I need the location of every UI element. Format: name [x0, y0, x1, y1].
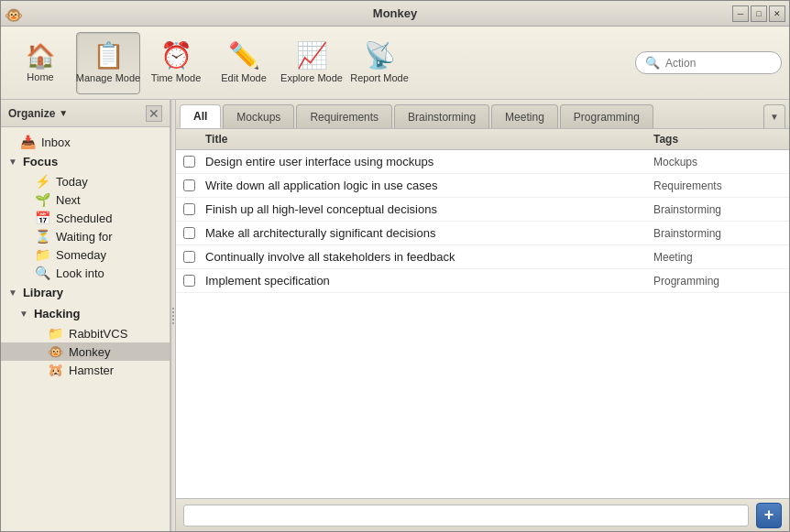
sidebar-item-label: Scheduled	[56, 212, 112, 225]
explore-mode-toolbar-button[interactable]: 📈 Explore Mode	[280, 32, 344, 94]
waiting-icon: ⏳	[34, 229, 50, 244]
edit-mode-toolbar-button[interactable]: ✏️ Edit Mode	[212, 32, 276, 94]
row-4-title: Make all architecturally significant dec…	[205, 226, 653, 240]
scheduled-icon: 📅	[34, 211, 50, 225]
table-header: Title Tags	[176, 129, 789, 150]
library-collapse-icon: ▼	[8, 288, 17, 298]
action-search-input[interactable]	[665, 57, 775, 70]
tab-brainstorming[interactable]: Brainstorming	[394, 104, 489, 128]
table-row: Make all architecturally significant dec…	[176, 222, 789, 245]
row-3-checkbox-cell	[183, 203, 205, 215]
sidebar-group-label: Library	[23, 286, 63, 299]
edit-icon: ✏️	[228, 43, 260, 69]
row-6-checkbox[interactable]	[183, 275, 195, 287]
row-4-tags: Brainstorming	[653, 227, 782, 240]
row-1-title: Design entire user interface using mocku…	[205, 155, 653, 168]
time-label: Time Mode	[151, 72, 202, 83]
row-5-checkbox[interactable]	[183, 251, 195, 263]
sidebar-item-label: Waiting for	[56, 230, 113, 244]
sidebar-group-library[interactable]: ▼ Library	[1, 282, 170, 303]
home-label: Home	[27, 71, 53, 82]
manage-label: Manage Mode	[76, 72, 140, 83]
row-5-tags: Meeting	[653, 251, 782, 264]
sidebar-item-label: Someday	[56, 248, 106, 262]
bottom-bar: +	[176, 498, 789, 531]
row-3-tags: Brainstorming	[653, 203, 782, 216]
minimize-button[interactable]: ─	[732, 5, 749, 22]
table-tags-header: Tags	[653, 133, 782, 146]
row-4-checkbox-cell	[183, 227, 205, 239]
titlebar: 🐵 Monkey ─ □ ✕	[1, 1, 789, 27]
add-task-button[interactable]: +	[756, 503, 782, 528]
sidebar-group-focus[interactable]: ▼ Focus	[1, 151, 170, 172]
home-toolbar-button[interactable]: 🏠 Home	[8, 32, 72, 94]
sidebar-item-label: Monkey	[69, 345, 111, 359]
time-mode-toolbar-button[interactable]: ⏰ Time Mode	[144, 32, 208, 94]
row-1-checkbox[interactable]	[183, 156, 195, 168]
tab-all[interactable]: All	[180, 104, 221, 128]
main-area: Organize ▼ ✕ 📥 Inbox ▼ Focus ⚡ To	[1, 100, 789, 531]
resize-dot	[172, 322, 174, 324]
row-2-tags: Requirements	[653, 179, 782, 192]
tab-programming[interactable]: Programming	[560, 104, 653, 128]
tab-requirements[interactable]: Requirements	[296, 104, 392, 128]
row-3-checkbox[interactable]	[183, 203, 195, 215]
table-row: Write down all application logic in use …	[176, 174, 789, 198]
app-icon: 🐵	[5, 6, 19, 21]
row-6-tags: Programming	[653, 275, 782, 288]
sidebar-header: Organize ▼ ✕	[1, 100, 170, 127]
sidebar-item-hamster[interactable]: 🐹 Hamster	[1, 361, 170, 379]
action-search[interactable]: 🔍	[635, 51, 782, 74]
report-mode-toolbar-button[interactable]: 📡 Report Mode	[347, 32, 411, 94]
tab-mockups[interactable]: Mockups	[223, 104, 294, 128]
resize-dot	[172, 308, 174, 309]
titlebar-left: 🐵	[5, 6, 19, 21]
lookinto-icon: 🔍	[34, 266, 50, 280]
titlebar-buttons: ─ □ ✕	[732, 5, 785, 22]
sidebar-item-today[interactable]: ⚡ Today	[1, 172, 170, 190]
sidebar-group-hacking[interactable]: ▼ Hacking	[1, 303, 170, 324]
search-icon: 🔍	[645, 56, 660, 70]
sidebar-item-label: RabbitVCS	[69, 327, 127, 341]
sidebar-item-label: Look into	[56, 266, 104, 280]
new-task-input[interactable]	[183, 505, 749, 527]
sidebar-item-monkey[interactable]: 🐵 Monkey	[1, 342, 170, 361]
sidebar-item-label: Today	[56, 175, 88, 189]
row-6-title: Implement specification	[205, 274, 653, 288]
window-title: Monkey	[373, 6, 417, 20]
sidebar-item-inbox[interactable]: 📥 Inbox	[1, 133, 170, 151]
manage-icon: 📋	[93, 43, 125, 69]
sidebar-item-label: Inbox	[41, 136, 71, 149]
sidebar-item-someday[interactable]: 📁 Someday	[1, 245, 170, 264]
table-row: Implement specification Programming	[176, 269, 789, 293]
row-2-checkbox-cell	[183, 179, 205, 191]
close-button[interactable]: ✕	[769, 5, 785, 22]
sidebar-item-scheduled[interactable]: 📅 Scheduled	[1, 209, 170, 227]
row-4-checkbox[interactable]	[183, 227, 195, 239]
row-1-tags: Mockups	[653, 156, 782, 168]
sidebar-close-button[interactable]: ✕	[146, 105, 162, 122]
tab-meeting[interactable]: Meeting	[491, 104, 558, 128]
sidebar-item-lookinto[interactable]: 🔍 Look into	[1, 264, 170, 282]
table-row: Finish up all high-level conceptual deci…	[176, 198, 789, 222]
table-row: Continually involve all stakeholders in …	[176, 245, 789, 269]
maximize-button[interactable]: □	[751, 5, 767, 22]
table-row: Design entire user interface using mocku…	[176, 150, 789, 174]
someday-icon: 📁	[34, 247, 50, 262]
resize-dot	[172, 315, 174, 317]
manage-mode-toolbar-button[interactable]: 📋 Manage Mode	[76, 32, 140, 94]
explore-label: Explore Mode	[280, 72, 343, 83]
sidebar-item-waiting[interactable]: ⏳ Waiting for	[1, 227, 170, 245]
sidebar-item-rabbitvcs[interactable]: 📁 RabbitVCS	[1, 324, 170, 342]
home-icon: 🏠	[26, 44, 55, 68]
organize-label: Organize	[8, 107, 55, 120]
sidebar-item-next[interactable]: 🌱 Next	[1, 190, 170, 209]
tab-dropdown-button[interactable]: ▼	[763, 104, 785, 128]
organize-chevron-icon: ▼	[59, 108, 68, 118]
content-pane: All Mockups Requirements Brainstorming M…	[176, 100, 789, 531]
organize-dropdown[interactable]: Organize ▼	[8, 107, 68, 120]
row-2-checkbox[interactable]	[183, 179, 195, 191]
sidebar-item-label: Hamster	[69, 364, 114, 377]
sidebar-content: 📥 Inbox ▼ Focus ⚡ Today 🌱 Next 📅	[1, 127, 170, 531]
report-label: Report Mode	[350, 72, 409, 83]
